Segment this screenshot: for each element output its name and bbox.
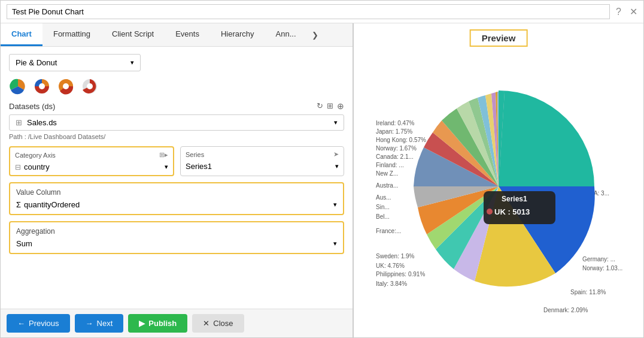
svg-point-6 (87, 83, 93, 89)
svg-text:Spain: 11.8%: Spain: 11.8% (570, 289, 606, 295)
datasets-header: Datasets (ds) ↻ ⊞ ⊕ (9, 101, 344, 111)
close-window-icon[interactable]: ✕ (630, 6, 637, 17)
previous-button[interactable]: ← Previous (7, 314, 70, 333)
panel-content: Pie & Donut ▾ (1, 47, 353, 309)
tab-chart[interactable]: Chart (1, 23, 42, 46)
svg-text:UK : 5013: UK : 5013 (494, 207, 530, 216)
svg-text:Norway: 1.03...: Norway: 1.03... (582, 265, 622, 271)
svg-text:Ireland: 0.47%: Ireland: 0.47% (376, 120, 415, 126)
aggregation-label: Aggregation (16, 227, 337, 236)
chart-type-dropdown[interactable]: Pie & Donut ▾ (9, 54, 141, 71)
aggregation-box: Aggregation Sum ▾ (9, 221, 344, 254)
svg-text:Canada: 2.1...: Canada: 2.1... (376, 153, 414, 160)
dataset-name: Sales.ds (27, 118, 57, 127)
series-label: Series (186, 151, 204, 158)
svg-text:Japan: 1.75%: Japan: 1.75% (376, 128, 412, 135)
chart-type-value: Pie & Donut (16, 58, 57, 67)
pie-icon-3[interactable] (57, 77, 75, 95)
svg-text:Series1: Series1 (502, 195, 527, 203)
chart-area: Ireland: 0.47% Japan: 1.75% Hong Kong: 0… (360, 41, 637, 331)
svg-text:Denmark: 2.09%: Denmark: 2.09% (543, 307, 588, 313)
aggregation-select[interactable]: Sum ▾ (16, 239, 337, 248)
next-arrow-icon: → (86, 319, 93, 328)
value-column-chevron: ▾ (333, 201, 337, 209)
next-label: Next (97, 319, 113, 328)
axis-series-row: Category Axis ⊞▸ ⊟ country ▾ (9, 146, 344, 176)
pie-chart-svg: Ireland: 0.47% Japan: 1.75% Hong Kong: 0… (373, 55, 624, 318)
refresh-icon[interactable]: ↻ (317, 101, 323, 111)
settings-icon[interactable]: ⊞ (327, 101, 333, 111)
publish-label: Publish (148, 319, 177, 328)
aggregation-value: Sum (16, 239, 32, 248)
dataset-chevron: ▾ (334, 119, 338, 126)
add-dataset-icon[interactable]: ⊕ (337, 101, 344, 111)
svg-point-4 (63, 83, 69, 89)
svg-text:Austra...: Austra... (376, 182, 398, 189)
svg-text:New Z...: New Z... (376, 170, 398, 177)
next-button[interactable]: → Next (75, 314, 124, 333)
svg-text:Aus...: Aus... (376, 194, 391, 201)
svg-text:Bel...: Bel... (376, 213, 390, 220)
value-column-value: quantityOrdered (24, 200, 80, 209)
dataset-grid-icon: ⊞ (16, 118, 22, 127)
datasets-actions: ↻ ⊞ ⊕ (317, 101, 344, 111)
category-axis-chevron: ▾ (165, 163, 168, 171)
svg-text:Hong Kong: 0.57%: Hong Kong: 0.57% (376, 137, 426, 143)
pie-icon-1[interactable] (9, 77, 27, 95)
series-value: Series1 (186, 162, 212, 171)
title-bar: ? ✕ (1, 1, 643, 23)
tab-client-script[interactable]: Client Script (101, 23, 165, 46)
tab-bar: Chart Formatting Client Script Events Hi… (1, 23, 353, 47)
pie-icon-2[interactable] (33, 77, 51, 95)
chart-title-input[interactable] (7, 4, 610, 19)
prev-arrow-icon: ← (17, 319, 25, 328)
tab-hierarchy[interactable]: Hierarchy (210, 23, 265, 46)
close-button[interactable]: ✕ Close (192, 314, 244, 333)
svg-text:Philippines: 0.91%: Philippines: 0.91% (376, 271, 425, 277)
series-arrow-icon[interactable]: ➤ (333, 150, 339, 158)
category-axis-box: Category Axis ⊞▸ ⊟ country ▾ (9, 146, 174, 176)
dataset-path: Path : /Live Dashboard Datasets/ (9, 133, 344, 140)
value-column-box: Value Column Σ quantityOrdered ▾ (9, 182, 344, 215)
bottom-bar: ← Previous → Next ▶ Publish ✕ Close (1, 309, 353, 337)
close-x-icon: ✕ (203, 319, 209, 328)
help-icon[interactable]: ? (616, 7, 621, 17)
sigma-icon: Σ (16, 200, 21, 209)
tab-formatting[interactable]: Formatting (42, 23, 101, 46)
value-column-select[interactable]: Σ quantityOrdered ▾ (16, 200, 337, 209)
svg-point-30 (487, 209, 493, 215)
svg-text:Sweden: 1.9%: Sweden: 1.9% (376, 253, 415, 259)
svg-text:Sin...: Sin... (376, 204, 390, 210)
tab-ann[interactable]: Ann... (265, 23, 307, 46)
publish-play-icon: ▶ (139, 319, 145, 328)
category-axis-select[interactable]: ⊟ country ▾ (15, 162, 168, 171)
svg-text:France:...: France:... (376, 228, 401, 234)
svg-text:Germany: ...: Germany: ... (582, 256, 615, 262)
category-axis-value: country (24, 162, 50, 171)
preview-panel: Preview Ireland: 0.47% Japan: 1.75% Hong… (354, 23, 643, 337)
publish-button[interactable]: ▶ Publish (128, 314, 187, 333)
svg-text:Italy: 3.84%: Italy: 3.84% (376, 280, 407, 287)
svg-text:Norway: 1.67%: Norway: 1.67% (376, 145, 417, 152)
series-chevron: ▾ (335, 162, 339, 170)
close-label: Close (213, 319, 233, 328)
datasets-label: Datasets (ds) (9, 102, 55, 111)
aggregation-chevron: ▾ (333, 240, 337, 248)
svg-text:UK: 4.76%: UK: 4.76% (376, 262, 405, 269)
svg-text:Finland: ...: Finland: ... (376, 162, 404, 168)
prev-label: Previous (29, 319, 59, 328)
dataset-row[interactable]: ⊞ Sales.ds ▾ (9, 114, 344, 131)
svg-point-2 (39, 83, 45, 89)
axis-settings-icon[interactable]: ⊞▸ (159, 151, 168, 159)
value-column-label: Value Column (16, 188, 337, 197)
tab-events[interactable]: Events (165, 23, 210, 46)
axis-column-icon: ⊟ (15, 163, 21, 171)
tabs-more-button[interactable]: ❯ (307, 25, 323, 46)
chart-type-chevron: ▾ (130, 59, 134, 67)
pie-icon-4[interactable] (81, 77, 99, 95)
series-box: Series ➤ Series1 ▾ (180, 146, 344, 176)
category-axis-label: Category Axis (15, 152, 56, 159)
series-select[interactable]: Series1 ▾ (186, 162, 339, 171)
chart-type-icons (9, 77, 344, 95)
